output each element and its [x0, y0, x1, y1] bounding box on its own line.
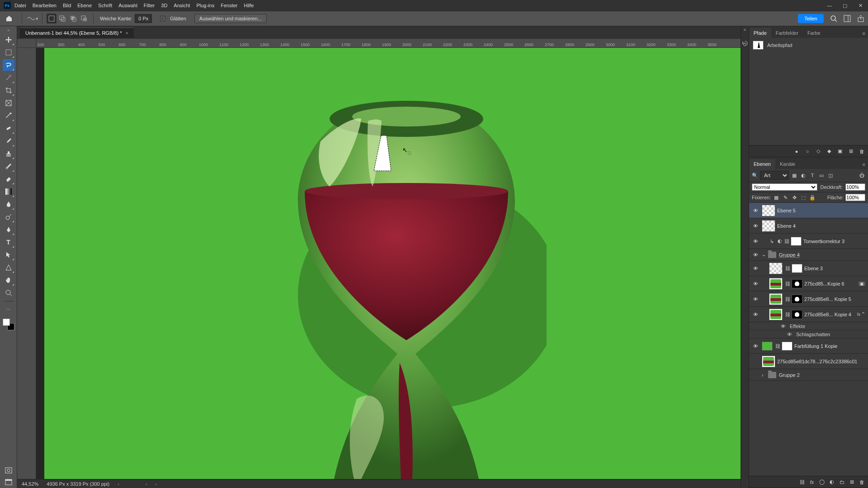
scroll-left-icon[interactable]: ‹: [146, 481, 147, 487]
layer-ebene5[interactable]: 👁 Ebene 5: [749, 203, 868, 218]
tab-pfade[interactable]: Pfade: [749, 28, 771, 38]
menu-bild[interactable]: Bild: [63, 3, 71, 8]
layer-name[interactable]: 275cd85...Kopie 6: [804, 281, 859, 286]
lock-position-icon[interactable]: ✥: [791, 194, 798, 201]
crop-tool[interactable]: [3, 84, 14, 96]
pen-tool[interactable]: [3, 224, 14, 235]
fill-input[interactable]: [845, 194, 865, 201]
wand-tool[interactable]: [3, 72, 14, 84]
layer-mask-thumbnail[interactable]: [782, 342, 793, 351]
layer-name[interactable]: Tonwertkorrektur 3: [803, 239, 865, 244]
layer-name[interactable]: 275cd85e81dc78...276c2c23386c01: [777, 359, 865, 364]
layer-thumbnail[interactable]: [769, 293, 783, 305]
lock-artboard-icon[interactable]: ⬚: [800, 194, 807, 201]
fx-badge[interactable]: fx: [857, 312, 860, 317]
gradient-tool[interactable]: [3, 186, 14, 197]
new-path-icon[interactable]: ⊞: [847, 148, 854, 155]
marquee-tool[interactable]: [3, 47, 14, 58]
tab-farbe[interactable]: Farbe: [803, 28, 825, 38]
canvas[interactable]: ↖⬚: [44, 48, 741, 479]
delete-layer-icon[interactable]: 🗑: [858, 479, 865, 486]
path-thumbnail[interactable]: [753, 41, 764, 50]
type-tool[interactable]: T: [3, 236, 14, 248]
layer-kopie4[interactable]: 👁 ⛓ 275cd85e8... Kopie 4 fx ⌃: [749, 307, 868, 322]
visibility-toggle[interactable]: 👁: [749, 252, 762, 258]
blur-tool[interactable]: [3, 198, 14, 210]
menu-3d[interactable]: 3D: [161, 3, 167, 8]
layer-name[interactable]: 275cd85e8... Kopie 5: [804, 296, 865, 302]
menu-schrift[interactable]: Schrift: [98, 3, 112, 8]
layer-thumbnail[interactable]: [762, 220, 775, 232]
layer-mask-thumbnail[interactable]: [791, 237, 802, 246]
fx-toggle-icon[interactable]: ⌃: [861, 311, 865, 317]
fill-thumbnail[interactable]: [762, 342, 773, 351]
canvas-viewport[interactable]: ↖⬚: [36, 48, 741, 479]
filter-pixel-icon[interactable]: ▦: [791, 172, 798, 179]
filter-search-icon[interactable]: 🔍: [752, 173, 758, 178]
visibility-toggle[interactable]: 👁: [749, 223, 762, 229]
visibility-toggle[interactable]: 👁: [749, 208, 762, 213]
layer-longid[interactable]: 275cd85e81dc78...276c2c23386c01: [749, 354, 868, 369]
layer-thumbnail[interactable]: [762, 356, 775, 367]
layer-name[interactable]: Ebene 5: [777, 208, 865, 213]
effect-visibility-toggle[interactable]: 👁: [781, 324, 787, 329]
scroll-right-icon[interactable]: ›: [155, 481, 157, 487]
lasso-tool[interactable]: [3, 59, 14, 71]
menu-plugins[interactable]: Plug-ins: [196, 3, 214, 8]
maximize-button[interactable]: ▢: [841, 3, 849, 9]
layer-thumbnail[interactable]: [769, 263, 783, 274]
ruler-origin[interactable]: [17, 39, 36, 48]
move-tool[interactable]: [3, 34, 14, 46]
filter-shape-icon[interactable]: ▭: [818, 172, 825, 179]
layer-gruppe2[interactable]: › Gruppe 2: [749, 369, 868, 381]
edit-toolbar-icon[interactable]: ⋯: [3, 304, 14, 315]
tab-close-icon[interactable]: ×: [125, 30, 128, 36]
healing-tool[interactable]: [3, 122, 14, 134]
path-to-selection-icon[interactable]: ◇: [815, 148, 822, 155]
menu-datei[interactable]: Datei: [14, 3, 26, 8]
dropdown-arrow-icon[interactable]: ▾: [36, 16, 38, 22]
layer-name[interactable]: 275cd85e8... Kopie 4: [804, 312, 855, 317]
selection-add-icon[interactable]: [57, 14, 67, 23]
link-layers-icon[interactable]: ⛓: [798, 479, 806, 486]
add-mask-icon[interactable]: ▣: [836, 148, 844, 155]
visibility-toggle[interactable]: 👁: [749, 281, 762, 286]
lock-all-icon[interactable]: 🔒: [809, 194, 816, 201]
lock-transparent-icon[interactable]: ▦: [773, 194, 780, 201]
group-toggle-icon[interactable]: ›: [762, 372, 766, 378]
layer-effect-effekte[interactable]: 👁 Effekte: [749, 322, 868, 330]
visibility-toggle[interactable]: 👁: [749, 312, 762, 317]
shape-tool[interactable]: [3, 262, 14, 273]
new-group-icon[interactable]: 🗀: [838, 479, 845, 486]
menu-ebene[interactable]: Ebene: [77, 3, 92, 8]
filter-smart-icon[interactable]: ◫: [827, 172, 834, 179]
adjustment-icon[interactable]: ◐: [776, 238, 783, 245]
layer-ebene3[interactable]: 👁 ⛓ Ebene 3: [749, 261, 868, 276]
menu-bearbeiten[interactable]: Bearbeiten: [33, 3, 57, 8]
filter-type-icon[interactable]: T: [809, 172, 816, 179]
visibility-toggle[interactable]: 👁: [749, 343, 762, 349]
layer-mask-thumbnail[interactable]: [792, 310, 802, 319]
share-button[interactable]: Teilen: [798, 14, 824, 23]
selection-new-icon[interactable]: [47, 14, 57, 23]
layer-kopie6[interactable]: 👁 ⛓ 275cd85...Kopie 6 ▣: [749, 276, 868, 291]
selection-subtract-icon[interactable]: [68, 14, 78, 23]
document-tab[interactable]: Unbenannt-1 bei 44,5% (Ebene 5, RGB/8) *…: [20, 28, 134, 38]
layer-mask-thumbnail[interactable]: [792, 279, 802, 288]
quickmask-button[interactable]: [3, 465, 14, 475]
history-brush-tool[interactable]: [3, 160, 14, 172]
layer-kopie5[interactable]: 👁 ⛓ 275cd85e8... Kopie 5: [749, 291, 868, 307]
ruler-horizontal[interactable]: 2003004005006007008009001000110012001300…: [36, 39, 741, 48]
link-icon[interactable]: ⛓: [785, 281, 791, 286]
link-icon[interactable]: ⛓: [784, 239, 790, 244]
blend-mode-dropdown[interactable]: Normal: [752, 183, 817, 191]
doc-info[interactable]: 4936 Px x 3319 Px (300 ppi): [47, 481, 109, 487]
new-adjustment-icon[interactable]: ◐: [828, 479, 835, 486]
screenmode-button[interactable]: [3, 477, 14, 487]
frame-tool[interactable]: [3, 97, 14, 109]
link-icon[interactable]: ⛓: [775, 343, 781, 349]
toolbar-collapse-icon[interactable]: »: [7, 28, 9, 33]
layer-gruppe4[interactable]: 👁 ⌄ Gruppe 4: [749, 249, 868, 261]
layer-thumbnail[interactable]: [762, 205, 775, 216]
select-and-mask-button[interactable]: Auswählen und maskieren...: [194, 14, 267, 23]
